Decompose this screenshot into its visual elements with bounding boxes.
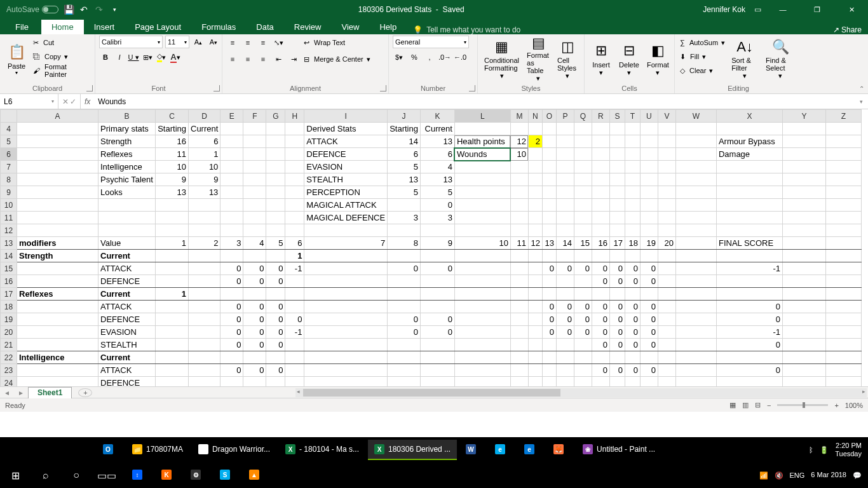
cell-V12[interactable] xyxy=(658,224,675,237)
cell-D8[interactable]: 9 xyxy=(189,173,220,186)
cell-A8[interactable] xyxy=(17,173,98,186)
cell-U7[interactable] xyxy=(640,161,658,173)
cell-W6[interactable] xyxy=(675,148,716,161)
cell-L20[interactable] xyxy=(454,326,510,339)
cell-Q13[interactable]: 15 xyxy=(574,237,592,250)
cell-I9[interactable]: PERCEPTION xyxy=(304,186,388,199)
cell-K11[interactable]: 3 xyxy=(420,212,454,224)
conditional-formatting-button[interactable]: ▦Conditional Formatting▾ xyxy=(482,36,522,81)
cell-A9[interactable] xyxy=(17,186,98,199)
cell-N9[interactable] xyxy=(528,186,542,199)
cell-E22[interactable] xyxy=(220,351,243,364)
cell-C9[interactable]: 13 xyxy=(156,186,189,199)
tab-page-layout[interactable]: Page Layout xyxy=(125,20,191,34)
row-header-4[interactable]: 4 xyxy=(1,123,17,135)
borders-button[interactable]: ⊞▾ xyxy=(141,51,154,64)
cell-X8[interactable] xyxy=(716,173,782,186)
cell-S20[interactable]: 0 xyxy=(609,326,625,339)
cell-N6[interactable] xyxy=(528,148,542,161)
cell-Q12[interactable] xyxy=(574,224,592,237)
cell-E10[interactable] xyxy=(220,199,243,212)
cell-L18[interactable] xyxy=(454,301,510,313)
zoom-level[interactable]: 100% xyxy=(845,402,863,409)
cell-K19[interactable]: 0 xyxy=(420,313,454,326)
cell-X22[interactable] xyxy=(716,351,782,364)
cell-H18[interactable] xyxy=(285,301,304,313)
cut-button[interactable]: ✂ Cut xyxy=(32,36,91,50)
row-header-6[interactable]: 6 xyxy=(1,148,17,161)
cell-L6[interactable]: Wounds xyxy=(454,148,510,161)
cell-D19[interactable] xyxy=(189,313,220,326)
cell-N14[interactable] xyxy=(528,250,542,262)
clear-button[interactable]: ◇ Clear ▾ xyxy=(679,64,726,78)
account-icon[interactable]: ▭ xyxy=(754,5,761,14)
cell-Q22[interactable] xyxy=(574,351,592,364)
cell-I8[interactable]: STEALTH xyxy=(304,173,388,186)
cell-U17[interactable] xyxy=(640,288,658,301)
cell-J16[interactable] xyxy=(388,275,421,288)
cell-Z4[interactable] xyxy=(825,123,861,135)
cell-M16[interactable] xyxy=(510,275,528,288)
align-top-button[interactable]: ≡ xyxy=(226,36,239,49)
cell-R23[interactable]: 0 xyxy=(592,364,609,377)
cell-E20[interactable]: 0 xyxy=(220,326,243,339)
cell-K24[interactable] xyxy=(420,377,454,387)
cell-C18[interactable] xyxy=(156,301,189,313)
cell-K14[interactable] xyxy=(420,250,454,262)
cell-T20[interactable]: 0 xyxy=(625,326,640,339)
cell-L23[interactable] xyxy=(454,364,510,377)
cortana-button[interactable]: ○ xyxy=(61,463,92,488)
cell-N19[interactable] xyxy=(528,313,542,326)
cell-G4[interactable] xyxy=(266,123,285,135)
tray-volume-icon[interactable]: 🔇 xyxy=(775,471,783,480)
cell-W4[interactable] xyxy=(675,123,716,135)
user-name[interactable]: Jennifer Kok xyxy=(703,5,745,14)
indent-inc-button[interactable]: ⇥ xyxy=(287,53,300,65)
cell-P7[interactable] xyxy=(556,161,574,173)
cell-R20[interactable]: 0 xyxy=(592,326,609,339)
taskbar-pinned-0[interactable]: ↕ xyxy=(126,465,149,485)
cell-G16[interactable]: 0 xyxy=(266,275,285,288)
cell-P20[interactable]: 0 xyxy=(556,326,574,339)
cell-E23[interactable]: 0 xyxy=(220,364,243,377)
cell-A13[interactable]: modifiers xyxy=(17,237,98,250)
alignment-launcher[interactable] xyxy=(380,85,386,92)
cell-O18[interactable]: 0 xyxy=(542,301,556,313)
cell-X17[interactable] xyxy=(716,288,782,301)
cell-J19[interactable]: 0 xyxy=(388,313,421,326)
row-header-11[interactable]: 11 xyxy=(1,212,17,224)
cell-P4[interactable] xyxy=(556,123,574,135)
col-header-P[interactable]: P xyxy=(556,110,574,123)
cell-A24[interactable] xyxy=(17,377,98,387)
cell-N16[interactable] xyxy=(528,275,542,288)
cell-Q17[interactable] xyxy=(574,288,592,301)
cell-O14[interactable] xyxy=(542,250,556,262)
cell-P22[interactable] xyxy=(556,351,574,364)
zoom-out-button[interactable]: − xyxy=(767,402,771,409)
cell-H5[interactable] xyxy=(285,135,304,148)
col-header-L[interactable]: L xyxy=(454,110,510,123)
row-header-17[interactable]: 17 xyxy=(1,288,17,301)
cell-Z16[interactable] xyxy=(825,275,861,288)
maximize-button[interactable]: ❐ xyxy=(804,0,830,19)
cell-G11[interactable] xyxy=(266,212,285,224)
cell-N11[interactable] xyxy=(528,212,542,224)
cell-B8[interactable]: Psychic Talent xyxy=(98,173,156,186)
cell-L16[interactable] xyxy=(454,275,510,288)
cell-Z15[interactable] xyxy=(825,262,861,275)
cell-A4[interactable] xyxy=(17,123,98,135)
cell-O6[interactable] xyxy=(542,148,556,161)
cell-S19[interactable]: 0 xyxy=(609,313,625,326)
cell-R21[interactable]: 0 xyxy=(592,339,609,351)
taskbar-pinned-2[interactable]: ⚙ xyxy=(184,465,207,485)
cell-X16[interactable] xyxy=(716,275,782,288)
cell-P19[interactable]: 0 xyxy=(556,313,574,326)
cell-O15[interactable]: 0 xyxy=(542,262,556,275)
font-name-select[interactable]: Calibri▾ xyxy=(99,36,163,48)
row-header-19[interactable]: 19 xyxy=(1,313,17,326)
zoom-slider[interactable] xyxy=(777,404,828,406)
cell-K10[interactable]: 0 xyxy=(420,199,454,212)
cell-K4[interactable]: Current xyxy=(420,123,454,135)
cell-L22[interactable] xyxy=(454,351,510,364)
clipboard-launcher[interactable] xyxy=(86,85,93,92)
